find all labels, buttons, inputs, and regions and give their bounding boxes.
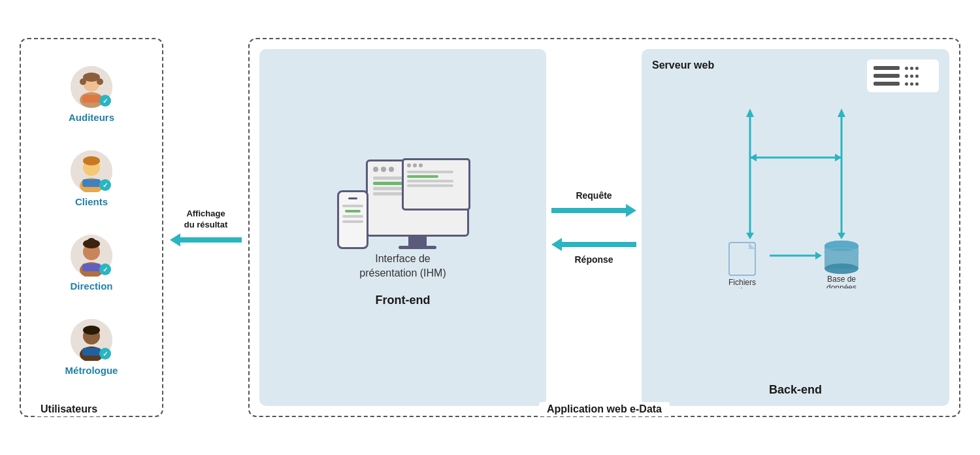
svg-text:Fichiers: Fichiers (728, 278, 756, 287)
arrow-shaft-display (180, 237, 242, 243)
check-clients: ✓ (99, 179, 111, 191)
avatar-auditeurs: ✓ (71, 66, 112, 108)
backend-top-row: Serveur web (652, 59, 939, 92)
svg-rect-11 (82, 179, 101, 187)
label-auditeurs: Auditeurs (69, 112, 114, 123)
display-result-label: Affichagedu résultat (184, 209, 227, 231)
svg-marker-32 (815, 252, 822, 260)
arrow-head-left-icon (170, 233, 180, 246)
svg-marker-25 (838, 109, 845, 117)
user-item-auditeurs: ✓ Auditeurs (69, 66, 114, 123)
frontend-section: Interface deprésentation (IHM) Front-end (259, 49, 546, 406)
request-label: Requête (576, 190, 612, 201)
server-row-3 (874, 82, 932, 86)
server-dots-2-icon (905, 75, 919, 78)
svg-point-5 (97, 78, 103, 85)
label-metrologue: Métrologue (65, 365, 118, 376)
display-result-arrow-area: Affichagedu résultat (163, 209, 248, 246)
svg-point-16 (88, 238, 95, 244)
svg-rect-17 (82, 263, 101, 271)
backend-diagram-svg: Fichiers systèmes Base de données Splito… (685, 105, 907, 288)
check-direction: ✓ (99, 263, 111, 275)
devices-illustration (335, 148, 472, 249)
server-row-1 (874, 66, 932, 70)
frontend-section-label: Front-end (376, 294, 431, 307)
svg-marker-26 (746, 109, 754, 117)
svg-text:Base de: Base de (826, 275, 855, 284)
response-arrow-head-icon (551, 238, 562, 251)
request-arrow-head-icon (626, 204, 636, 217)
backend-section-label: Back-end (769, 383, 822, 397)
diagram-root: ✓ Auditeurs ✓ Clients (20, 12, 960, 443)
webserver-label: Serveur web (652, 59, 714, 71)
response-label: Réponse (574, 254, 613, 265)
svg-text:systèmes: systèmes (725, 286, 759, 288)
server-dots-icon (905, 67, 919, 70)
mid-arrows-area: Requête Réponse (551, 39, 636, 416)
app-box: Interface deprésentation (IHM) Front-end… (248, 38, 960, 417)
label-direction: Direction (70, 280, 112, 292)
svg-point-10 (83, 156, 100, 165)
avatar-clients: ✓ (71, 150, 112, 192)
svg-marker-30 (838, 233, 845, 239)
avatar-metrologue: ✓ (71, 319, 112, 361)
label-clients: Clients (75, 196, 108, 207)
svg-point-21 (83, 326, 100, 335)
server-rack-icon (867, 59, 939, 92)
tablet-icon (402, 158, 470, 211)
svg-point-4 (80, 78, 86, 85)
svg-point-37 (825, 263, 858, 274)
server-row-2 (874, 74, 932, 78)
backend-section: Serveur web (642, 49, 949, 406)
check-metrologue: ✓ (99, 348, 111, 360)
user-item-direction: ✓ Direction (70, 235, 112, 292)
users-box: ✓ Auditeurs ✓ Clients (20, 38, 163, 417)
svg-rect-22 (82, 348, 101, 356)
app-box-label: Application web e-Data (539, 402, 670, 416)
svg-marker-28 (746, 233, 754, 239)
svg-rect-6 (82, 95, 101, 103)
avatar-direction: ✓ (71, 235, 112, 277)
server-bar-2-icon (874, 74, 900, 78)
monitor-icon (366, 160, 469, 249)
user-item-clients: ✓ Clients (71, 150, 112, 207)
frontend-title: Interface deprésentation (IHM) (359, 252, 446, 281)
users-box-label: Utilisateurs (34, 402, 104, 416)
phone-icon (337, 190, 368, 249)
server-bar-3-icon (874, 82, 900, 86)
check-auditeurs: ✓ (99, 95, 111, 107)
svg-text:données: données (826, 283, 856, 288)
webserver-area: Serveur web (652, 59, 867, 71)
user-item-metrologue: ✓ Métrologue (65, 319, 118, 376)
server-dots-3-icon (905, 82, 919, 86)
server-bar-icon (874, 66, 900, 70)
